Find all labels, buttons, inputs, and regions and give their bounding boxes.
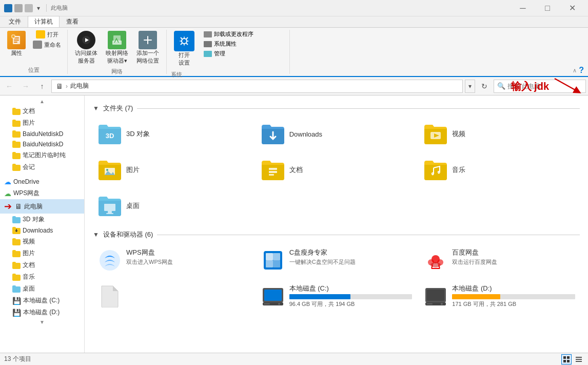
save-icon[interactable] <box>14 4 23 12</box>
folder-desktop-icon <box>97 194 122 218</box>
sidebar-item-3d[interactable]: 3D 对象 <box>0 214 84 225</box>
up-button[interactable]: ↑ <box>35 80 49 93</box>
drive-item-wps[interactable]: WPS网盘 双击进入WPS网盘 <box>93 244 254 276</box>
sidebar-item-driveC[interactable]: 💾 本地磁盘 (C:) <box>0 295 84 306</box>
manage-button[interactable]: 管理 <box>202 49 285 58</box>
sysprops-button[interactable]: 系统属性 <box>202 40 285 48</box>
maximize-button[interactable]: □ <box>536 2 559 15</box>
app-icon <box>4 4 12 12</box>
view-grid-button[interactable] <box>561 354 572 364</box>
sidebar-item-driveD[interactable]: 💾 本地磁盘 (D:) <box>0 306 84 318</box>
sysprops-icon <box>204 41 212 47</box>
scroll-down-indicator[interactable]: ▼ <box>0 318 84 326</box>
scroll-up-indicator[interactable]: ▲ <box>0 98 84 105</box>
ribbon-group-location: 属性 打开 重命名 位置 <box>0 30 68 74</box>
settings-label: 打开 设置 <box>179 51 190 67</box>
folder-item-music[interactable]: 音乐 <box>419 154 580 186</box>
drive-item-cslim[interactable]: C盘瘦身专家 一键解决C盘空间不足问题 <box>256 244 417 276</box>
ribbon-toggle[interactable]: ∧ ? <box>573 66 584 75</box>
sidebar-videos-label: 视频 <box>23 237 35 246</box>
drive-item-driveD[interactable]: 本地磁盘 (D:) 171 GB 可用，共 281 GB <box>419 280 580 312</box>
sidebar-item-baidu2[interactable]: BaiduNetdiskD <box>0 139 84 149</box>
driveC-drive-icon <box>261 284 285 309</box>
drive-item-baidu[interactable]: 百度网盘 双击运行百度网盘 <box>419 244 580 276</box>
music-folder-icon <box>12 274 21 281</box>
rename-button[interactable]: 重命名 <box>31 40 63 49</box>
sidebar-item-thispc[interactable]: ➔ 🖥 此电脑 <box>0 199 84 214</box>
driveC-size: 96.4 GB 可用，共 194 GB <box>289 300 413 308</box>
svg-rect-40 <box>264 303 270 304</box>
docs-folder-icon <box>12 108 21 115</box>
drives-chevron[interactable]: ▼ <box>93 231 99 238</box>
drive-item-driveC[interactable]: 本地磁盘 (C:) 96.4 GB 可用，共 194 GB <box>256 280 417 312</box>
uninstall-button[interactable]: 卸载或更改程序 <box>202 30 285 39</box>
wps-drive-icon <box>97 248 122 273</box>
svg-rect-26 <box>273 253 280 260</box>
folder-pictures-label: 图片 <box>126 165 140 175</box>
baidu-drive-sub: 双击运行百度网盘 <box>452 258 575 266</box>
crumb-sep: › <box>66 83 68 90</box>
baidu-drive-icon <box>423 248 448 273</box>
refresh-button[interactable]: ↻ <box>477 80 492 93</box>
sidebar-item-documents[interactable]: 文档 <box>0 259 84 271</box>
sidebar-item-meeting[interactable]: 会记 <box>0 161 84 173</box>
folder-item-pictures[interactable]: 图片 <box>93 154 254 186</box>
title-bar: ▾ 此电脑 ─ □ ✕ <box>0 0 588 16</box>
baidu1-folder-icon <box>12 130 21 138</box>
tab-view[interactable]: 查看 <box>60 16 85 27</box>
svg-point-11 <box>182 39 187 44</box>
tab-computer[interactable]: 计算机 <box>28 16 60 27</box>
svg-rect-3 <box>14 42 17 43</box>
sidebar-item-baidu1[interactable]: BaiduNetdiskD <box>0 129 84 139</box>
status-bar: 13 个项目 <box>0 353 588 365</box>
drive-item-unknown[interactable] <box>93 280 254 312</box>
folder-item-documents[interactable]: 文档 <box>256 154 417 186</box>
sidebar-item-docs[interactable]: 文档 <box>0 105 84 117</box>
folder-item-downloads[interactable]: Downloads <box>256 118 417 150</box>
sidebar-item-pictures[interactable]: 图片 <box>0 247 84 259</box>
help-icon[interactable]: ? <box>579 66 584 75</box>
sidebar-item-desktop[interactable]: 桌面 <box>0 283 84 295</box>
sidebar-item-onedrive[interactable]: ☁ OneDrive <box>0 176 84 187</box>
pc-icon: 🖥 <box>56 82 63 90</box>
folder-item-desktop[interactable]: 桌面 <box>93 190 254 222</box>
svg-point-44 <box>441 303 443 305</box>
search-box[interactable]: 🔍 <box>494 80 586 93</box>
sidebar-item-wps[interactable]: ☁ WPS网盘 <box>0 187 84 199</box>
mapnet-button[interactable]: 映射网络 驱动器▾ <box>103 30 131 66</box>
view-list-button[interactable] <box>574 354 584 364</box>
sidebar-onedrive-label: OneDrive <box>13 178 40 185</box>
address-path[interactable]: 🖥 › 此电脑 <box>51 80 463 93</box>
sidebar-item-downloads[interactable]: Downloads <box>0 225 84 236</box>
sidebar-item-videos[interactable]: 视频 <box>0 236 84 247</box>
svg-point-16 <box>106 169 108 171</box>
open-button[interactable]: 打开 <box>31 30 63 39</box>
content-area: ▼ 文件夹 (7) 3D 3D 对象 Dow <box>85 95 588 353</box>
open-settings-button[interactable]: 打开 设置 <box>171 30 198 74</box>
address-crumb: 🖥 › 此电脑 <box>56 82 89 90</box>
sidebar-notes-label: 笔记图片临时纯 <box>23 151 66 160</box>
properties-button[interactable]: 属性 <box>4 30 29 58</box>
media-button[interactable]: 访问媒体 服务器 <box>72 30 101 66</box>
address-dropdown[interactable]: ▾ <box>465 80 475 93</box>
tab-file[interactable]: 文件 <box>2 16 28 27</box>
sidebar-item-pics[interactable]: 图片 <box>0 117 84 129</box>
driveD-drive-icon <box>423 284 448 309</box>
folder-item-videos[interactable]: 视频 <box>419 118 580 150</box>
sidebar-item-music[interactable]: 音乐 <box>0 271 84 283</box>
search-input[interactable] <box>507 83 582 90</box>
dropdown-arrow[interactable]: ▾ <box>37 5 40 12</box>
sidebar-item-notes[interactable]: 笔记图片临时纯 <box>0 149 84 161</box>
desktop-folder-icon <box>12 285 21 293</box>
svg-rect-22 <box>106 213 113 214</box>
svg-rect-2 <box>14 40 19 41</box>
folders-section-line <box>137 108 580 109</box>
close-button[interactable]: ✕ <box>560 2 584 15</box>
folders-chevron[interactable]: ▼ <box>93 105 99 112</box>
undo-icon[interactable] <box>25 4 33 12</box>
minimize-button[interactable]: ─ <box>511 2 535 15</box>
addloc-button[interactable]: 添加一个 网络位置 <box>133 30 162 66</box>
folder-item-3d[interactable]: 3D 3D 对象 <box>93 118 254 150</box>
3d-folder-icon <box>12 216 21 223</box>
sidebar-thispc-label: 此电脑 <box>24 202 43 211</box>
